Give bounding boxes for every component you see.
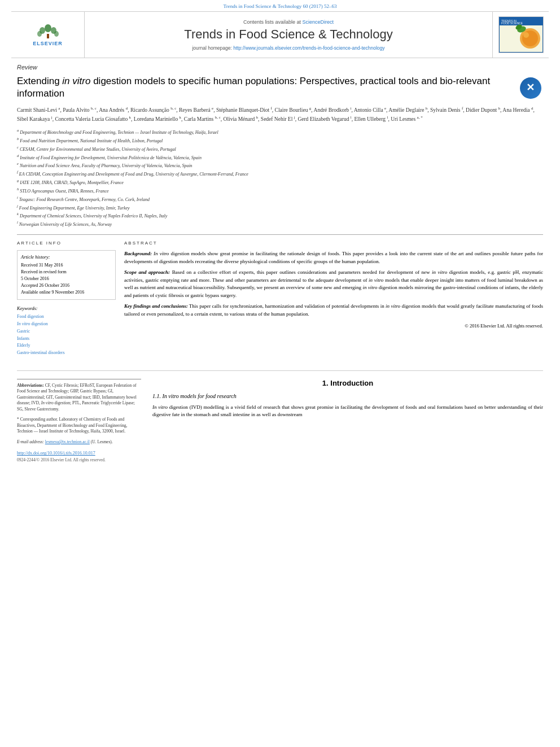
sciencedirect-link[interactable]: ScienceDirect — [303, 19, 334, 25]
article-content: Review Extending in vitro digestion mode… — [17, 58, 543, 362]
elsevier-tree-icon — [34, 24, 62, 40]
journal-header-center: Contents lists available at ScienceDirec… — [85, 12, 492, 58]
svg-point-3 — [37, 31, 42, 37]
title-prefix: Extending — [17, 76, 62, 86]
issn-line: 0924-2244/© 2016 Elsevier Ltd. All right… — [17, 457, 141, 462]
bottom-columns: Abbreviations: CF, Cystic Fibrosis; EFRo… — [17, 379, 543, 474]
journal-title: Trends in Food Science & Technology — [184, 27, 392, 42]
scope-label: Scope and approach: — [124, 269, 170, 275]
background-text: In vitro — [154, 251, 169, 256]
keyword-in-vitro: In vitro digestion — [17, 321, 116, 328]
svg-rect-5 — [47, 34, 49, 38]
abstract-scope: Scope and approach: Based on a collectiv… — [124, 269, 543, 299]
intro-number: 1. — [322, 379, 329, 387]
crossmark-badge[interactable]: ✕ — [518, 75, 543, 101]
elsevier-logo: ELSEVIER — [23, 22, 73, 47]
footnotes-section: Abbreviations: CF, Cystic Fibrosis; EFRo… — [17, 379, 141, 445]
affil-i: i Teagasc: Food Research Centre, Moorepa… — [17, 195, 543, 203]
affiliations: a Department of Biotechnology and Food E… — [17, 128, 543, 228]
corresponding-label: * Corresponding — [17, 417, 45, 422]
journal-header: ELSEVIER Contents lists available at Sci… — [11, 11, 549, 58]
crossmark-circle: ✕ — [520, 77, 541, 99]
email-block: E-mail address: lesmesu@tx.technion.ac.i… — [17, 439, 141, 445]
top-citation-bar: Trends in Food Science & Technology 60 (… — [0, 0, 560, 11]
affil-k: k Department of Chemical Sciences, Unive… — [17, 211, 543, 219]
keywords-label: Keywords: — [17, 305, 116, 311]
footnotes-column: Abbreviations: CF, Cystic Fibrosis; EFRo… — [17, 379, 141, 463]
doi-link[interactable]: http://dx.doi.org/10.1016/j.tifs.2016.10… — [17, 451, 95, 456]
abstract-text: Background: In vitro digestion models sh… — [124, 250, 543, 330]
abbreviations-block: Abbreviations: CF, Cystic Fibrosis; EFRo… — [17, 383, 141, 413]
elsevier-name: ELSEVIER — [33, 41, 63, 46]
history-received: Received 31 May 2016 — [21, 262, 112, 269]
intro-paragraph: In vitro digestion (IVD) modelling is a … — [152, 404, 543, 419]
keyword-food-digestion: Food digestion — [17, 313, 116, 321]
authors-line: Carmit Shani-Levi a, Paula Alvito b, c, … — [17, 106, 543, 123]
introduction-column: 1. Introduction 1.1. In vitro models for… — [152, 379, 543, 463]
email-attribution: (U. Lesmes). — [91, 439, 113, 444]
affil-b: b Food and Nutrition Department, Nationa… — [17, 136, 543, 144]
svg-point-0 — [45, 24, 51, 32]
sub-number: 1.1. — [152, 393, 161, 399]
journal-logo-area: ELSEVIER — [11, 12, 85, 58]
journal-thumb-area: TRENDS IN FOOD SCIENCE — [492, 12, 549, 58]
history-revised-label: Received in revised form — [21, 269, 112, 276]
corresponding-block: * Corresponding author. Laboratory of Ch… — [17, 417, 141, 435]
intro-section-heading: 1. Introduction — [152, 379, 543, 387]
article-history-box: Article history: Received 31 May 2016 Re… — [17, 250, 116, 300]
affil-a: a Department of Biotechnology and Food E… — [17, 128, 543, 136]
copyright-line: © 2016 Elsevier Ltd. All rights reserved… — [124, 322, 543, 330]
crossmark-x-icon: ✕ — [526, 81, 535, 94]
page-wrapper: Trends in Food Science & Technology 60 (… — [0, 0, 560, 747]
journal-url[interactable]: http://www.journals.elsevier.com/trends-… — [233, 45, 384, 51]
intro-sub-heading: 1.1. In vitro models for food research — [152, 393, 543, 399]
email-label: E-mail address: — [17, 439, 44, 444]
title-italic: in vitro — [62, 76, 90, 86]
journal-thumbnail: TRENDS IN FOOD SCIENCE — [498, 16, 544, 53]
findings-label: Key findings and conclusions: — [124, 303, 188, 309]
affil-f: f EA CIDAM, Conception Engineering and D… — [17, 169, 543, 177]
history-accepted: Accepted 26 October 2016 — [21, 282, 112, 289]
abstract-header: ABSTRACT — [124, 241, 543, 246]
keyword-gastric: Gastric — [17, 328, 116, 335]
sub-title: In vitro models for food research — [163, 393, 237, 399]
history-online: Available online 9 November 2016 — [21, 289, 112, 296]
journal-homepage: journal homepage: http://www.journals.el… — [192, 45, 384, 51]
history-revised-date: 5 October 2016 — [21, 276, 112, 282]
affil-g: g IATE 1208, INRA, CIRAD, SupAgro, Montp… — [17, 178, 543, 186]
keyword-gastro: Gastro-intestinal disorders — [17, 350, 116, 357]
article-info-header: ARTICLE INFO — [17, 241, 116, 246]
affil-j: j Food Engineering Department, Ege Unive… — [17, 203, 543, 211]
affil-h: h STLO Agrocampus Ouest, INRA, Rennes, F… — [17, 186, 543, 194]
intro-title: Introduction — [330, 379, 373, 387]
svg-text:FOOD SCIENCE: FOOD SCIENCE — [501, 21, 523, 25]
section-separator — [17, 370, 543, 371]
svg-point-13 — [523, 32, 529, 38]
affil-l: l Norwegian University of Life Sciences,… — [17, 220, 543, 228]
citation-text: Trends in Food Science & Technology 60 (… — [224, 3, 337, 9]
affil-c: c CESAM, Centre for Environmental and Ma… — [17, 145, 543, 152]
abbreviations-label: Abbreviations: — [17, 383, 44, 388]
abstract-column: ABSTRACT Background: In vitro digestion … — [124, 241, 543, 357]
abstract-findings: Key findings and conclusions: This paper… — [124, 303, 543, 318]
article-type-label: Review — [17, 64, 543, 71]
svg-point-4 — [54, 31, 59, 37]
background-label: Background: — [124, 251, 152, 256]
contents-line: Contents lists available at ScienceDirec… — [243, 19, 334, 25]
affil-d: d Institute of Food Engineering for Deve… — [17, 153, 543, 161]
email-link[interactable]: lesmesu@tx.technion.ac.il — [45, 439, 90, 444]
history-label: Article history: — [21, 254, 112, 260]
affil-e: e Nutrition and Food Science Area, Facul… — [17, 161, 543, 169]
article-info-column: ARTICLE INFO Article history: Received 3… — [17, 241, 116, 357]
article-title: Extending in vitro digestion models to s… — [17, 75, 543, 100]
abstract-background: Background: In vitro digestion models sh… — [124, 250, 543, 265]
info-abstract-columns: ARTICLE INFO Article history: Received 3… — [17, 234, 543, 357]
doi-line: http://dx.doi.org/10.1016/j.tifs.2016.10… — [17, 451, 141, 456]
keyword-infants: Infants — [17, 335, 116, 343]
keyword-elderly: Elderly — [17, 342, 116, 350]
keywords-box: Keywords: Food digestion In vitro digest… — [17, 305, 116, 357]
